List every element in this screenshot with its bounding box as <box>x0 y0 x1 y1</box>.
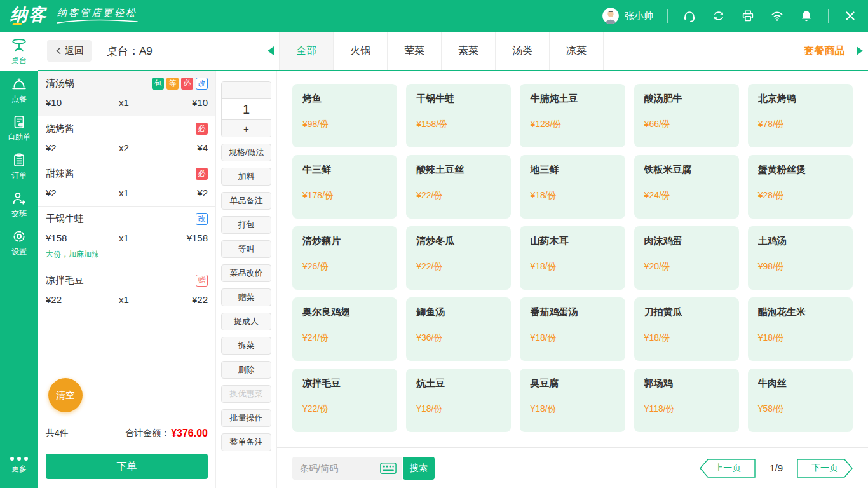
user-menu[interactable]: 张小帅 <box>602 7 653 25</box>
next-page-button[interactable]: 下一页 <box>797 459 853 478</box>
item-actions-column: — 1 + 规格/做法 加料 单品备注 打 <box>216 71 277 488</box>
product-card[interactable]: 肉沫鸡蛋 ¥20/份 <box>634 226 739 290</box>
product-name: 蟹黄粉丝煲 <box>758 164 843 176</box>
clear-cart-button[interactable]: 清空 <box>48 378 83 412</box>
printer-icon[interactable] <box>740 8 756 24</box>
action-button[interactable]: 单品备注 <box>221 192 271 210</box>
cart-item[interactable]: 甜辣酱 必 ¥2 x1 ¥2 <box>38 161 215 207</box>
headset-icon[interactable] <box>682 8 697 24</box>
cart-item-total: ¥2 <box>163 187 208 198</box>
category-tab[interactable]: 素菜 <box>442 32 496 70</box>
product-card[interactable]: 干锅牛蛙 ¥158/份 <box>406 84 511 147</box>
sidebar-item-orders[interactable]: 订单 <box>0 147 38 186</box>
action-button[interactable]: 换优惠菜 <box>221 385 271 403</box>
category-tab[interactable]: 火锅 <box>334 32 388 70</box>
product-name: 臭豆腐 <box>530 377 614 390</box>
product-card[interactable]: 牛肉丝 ¥58/份 <box>748 369 853 432</box>
sidebar-item-tables[interactable]: 桌台 <box>0 32 38 71</box>
category-scroll-right-icon[interactable] <box>857 46 863 55</box>
product-card[interactable]: 清炒藕片 ¥26/份 <box>292 226 397 290</box>
action-button[interactable]: 规格/做法 <box>221 144 271 161</box>
action-button[interactable]: 加料 <box>221 168 271 186</box>
action-button[interactable]: 删除 <box>221 361 271 379</box>
product-name: 土鸡汤 <box>758 235 843 247</box>
category-tab[interactable]: 全部 <box>280 32 334 70</box>
bell-icon[interactable] <box>799 8 814 24</box>
action-button-label: 删除 <box>238 364 255 376</box>
action-button[interactable]: 整单备注 <box>221 433 271 451</box>
action-button[interactable]: 批量操作 <box>221 409 271 427</box>
action-button[interactable]: 拆菜 <box>221 337 271 355</box>
item-badge: 等 <box>166 78 179 90</box>
product-price: ¥36/份 <box>416 332 501 344</box>
place-order-button[interactable]: 下单 <box>46 454 208 479</box>
product-name: 清炒藕片 <box>302 235 387 247</box>
sidebar-item-self-order[interactable]: 自助单 <box>0 109 38 147</box>
action-button[interactable]: 赠菜 <box>221 288 271 306</box>
product-card[interactable]: 土鸡汤 ¥98/份 <box>748 226 853 290</box>
category-tab[interactable]: 汤类 <box>496 32 550 70</box>
product-card[interactable]: 醋泡花生米 ¥18/份 <box>748 297 853 361</box>
product-card[interactable]: 山药木耳 ¥18/份 <box>520 226 625 290</box>
search-button[interactable]: 搜索 <box>403 457 435 480</box>
sidebar-item-settings[interactable]: 设置 <box>0 224 38 262</box>
cart-item[interactable]: 烧烤酱 必 ¥2 x2 ¥4 <box>38 116 215 161</box>
prev-page-button[interactable]: 上一页 <box>700 459 756 478</box>
product-card[interactable]: 铁板米豆腐 ¥24/份 <box>634 155 739 219</box>
cart-count: 共4件 <box>46 428 125 439</box>
combo-label: 套餐商品 <box>804 44 845 58</box>
back-button[interactable]: 返回 <box>47 40 92 62</box>
product-card[interactable]: 炕土豆 ¥18/份 <box>406 369 511 432</box>
product-card[interactable]: 臭豆腐 ¥18/份 <box>520 369 625 432</box>
product-card[interactable]: 凉拌毛豆 ¥22/份 <box>292 369 397 432</box>
table-title: 桌台：A9 <box>107 44 268 58</box>
logo-slogan: 纳客管店更轻松 <box>56 7 139 25</box>
sidebar-item-shift[interactable]: 交班 <box>0 186 38 224</box>
slogan-underline <box>56 19 139 24</box>
product-card[interactable]: 清炒冬瓜 ¥22/份 <box>406 226 511 290</box>
category-tab[interactable]: 凉菜 <box>550 32 604 70</box>
keyboard-icon[interactable] <box>380 462 397 475</box>
product-name: 清炒冬瓜 <box>416 235 501 247</box>
qty-minus-button[interactable]: — <box>222 82 271 98</box>
category-tab-label: 荤菜 <box>404 44 424 58</box>
product-card[interactable]: 郭场鸡 ¥118/份 <box>634 369 739 432</box>
product-card[interactable]: 牛腩炖土豆 ¥128/份 <box>520 84 625 147</box>
combo-products-button[interactable]: 套餐商品 <box>797 32 851 70</box>
product-card[interactable]: 烤鱼 ¥98/份 <box>292 84 397 147</box>
action-button[interactable]: 提成人 <box>221 313 271 330</box>
cart-item-name: 烧烤酱 <box>46 123 196 135</box>
product-price: ¥18/份 <box>530 332 614 344</box>
product-card[interactable]: 酸辣土豆丝 ¥22/份 <box>406 155 511 219</box>
qty-plus-button[interactable]: + <box>222 120 271 137</box>
product-card[interactable]: 番茄鸡蛋汤 ¥18/份 <box>520 297 625 361</box>
action-button[interactable]: 菜品改价 <box>221 264 271 282</box>
category-tab[interactable]: 荤菜 <box>388 32 442 70</box>
product-name: 酸汤肥牛 <box>644 93 729 105</box>
wifi-icon[interactable] <box>770 8 785 24</box>
close-icon[interactable] <box>843 8 858 24</box>
action-button[interactable]: 等叫 <box>221 240 271 258</box>
cart-item[interactable]: 清汤锅 包等必改 ¥10 x1 ¥10 <box>38 71 215 116</box>
top-header: 纳客 纳客管店更轻松 张小帅 <box>0 0 868 32</box>
product-card[interactable]: 牛三鲜 ¥178/份 <box>292 155 397 219</box>
product-card[interactable]: 北京烤鸭 ¥78/份 <box>748 84 853 147</box>
product-card[interactable]: 鲫鱼汤 ¥36/份 <box>406 297 511 361</box>
cart-item[interactable]: 干锅牛蛙 改 ¥158 x1 ¥158 大份，加麻加辣 <box>38 207 215 268</box>
sync-icon[interactable] <box>711 8 726 24</box>
product-card[interactable]: 奥尔良鸡翅 ¥24/份 <box>292 297 397 361</box>
product-name: 酸辣土豆丝 <box>416 164 501 176</box>
category-scroll-left-icon[interactable] <box>268 46 274 55</box>
action-button[interactable]: 打包 <box>221 216 271 234</box>
sidebar-item-order-food[interactable]: 点餐 <box>0 71 38 109</box>
product-price: ¥28/份 <box>758 190 843 201</box>
product-card[interactable]: 刀拍黄瓜 ¥18/份 <box>634 297 739 361</box>
cart-item[interactable]: 凉拌毛豆 赠 ¥22 x1 ¥22 <box>38 268 215 313</box>
action-button-label: 单品备注 <box>230 195 263 207</box>
sidebar-item-more[interactable]: 更多 <box>0 444 38 488</box>
product-card[interactable]: 蟹黄粉丝煲 ¥28/份 <box>748 155 853 219</box>
product-card[interactable]: 地三鲜 ¥18/份 <box>520 155 625 219</box>
cart-item-qty: x1 <box>119 97 163 108</box>
product-card[interactable]: 酸汤肥牛 ¥66/份 <box>634 84 739 147</box>
item-badge: 必 <box>196 123 208 135</box>
